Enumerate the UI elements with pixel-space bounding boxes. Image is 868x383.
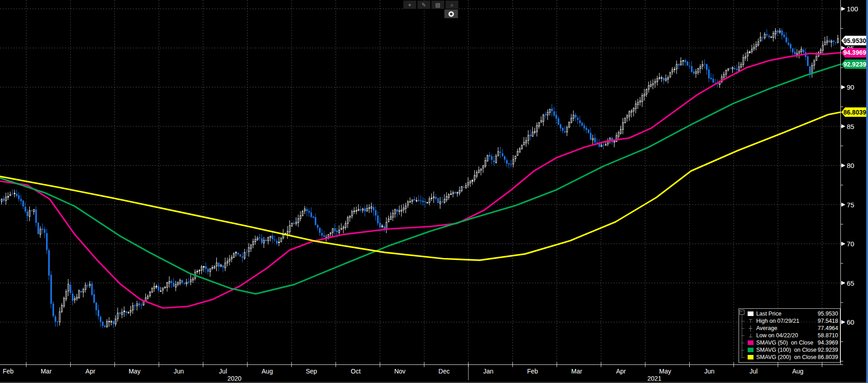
target-button[interactable] bbox=[444, 10, 458, 18]
legend-label: Low on 04/22/20 bbox=[756, 332, 818, 339]
legend-value: 97.5418 bbox=[818, 318, 838, 324]
svg-text:70: 70 bbox=[847, 240, 854, 248]
sma100-callout: 92.9239 bbox=[841, 59, 868, 69]
svg-text:85: 85 bbox=[847, 123, 854, 130]
svg-text:80: 80 bbox=[847, 162, 854, 169]
sma200-callout: 86.8039 bbox=[841, 107, 868, 117]
crosshair-icon: ⌖ bbox=[408, 2, 411, 8]
magnifier-icon: ⌕ bbox=[450, 2, 453, 8]
svg-text:75: 75 bbox=[847, 201, 854, 209]
legend-row-smavg100: SMAVG (100) on Close 92.9239 bbox=[742, 347, 838, 354]
legend-value: 94.3969 bbox=[818, 340, 838, 346]
draw-button[interactable]: ✎ bbox=[417, 0, 430, 9]
legend-label: Last Price bbox=[756, 311, 818, 317]
svg-text:100: 100 bbox=[847, 5, 858, 13]
svg-text:Sep: Sep bbox=[306, 368, 317, 375]
sma50-callout: 94.3969 bbox=[841, 48, 868, 57]
legend: Last Price 95.9530 ⊤ High on 07/29/21 97… bbox=[739, 308, 840, 363]
chart-canvas[interactable]: 6065707580859095100FebMarAprMayJunJulAug… bbox=[0, 0, 868, 383]
target-icon bbox=[448, 11, 454, 17]
last-price-callout: 95.9530 bbox=[841, 36, 868, 45]
low-tick-icon: ⊥ bbox=[748, 333, 754, 338]
svg-text:Jul: Jul bbox=[219, 368, 227, 375]
legend-label: High on 07/29/21 bbox=[756, 318, 818, 324]
legend-expand-icon[interactable] bbox=[739, 310, 744, 315]
legend-value: 58.8710 bbox=[818, 332, 838, 339]
annotate-button[interactable]: ▤ bbox=[431, 0, 444, 9]
svg-text:Feb: Feb bbox=[3, 368, 14, 375]
smavg100-swatch-icon bbox=[748, 348, 754, 352]
legend-value: 92.9239 bbox=[818, 347, 838, 353]
svg-text:Mar: Mar bbox=[41, 368, 52, 375]
svg-text:Apr: Apr bbox=[86, 368, 95, 375]
svg-text:90: 90 bbox=[847, 83, 854, 91]
svg-text:Apr: Apr bbox=[616, 368, 626, 375]
svg-text:Jan: Jan bbox=[483, 368, 494, 375]
svg-text:Feb: Feb bbox=[527, 368, 538, 375]
legend-row-smavg50: SMAVG (50) on Close 94.3969 bbox=[742, 340, 838, 346]
svg-text:Dec: Dec bbox=[439, 368, 450, 375]
svg-text:May: May bbox=[659, 368, 671, 375]
average-icon: ┼ bbox=[748, 326, 754, 330]
zoom-button[interactable]: ⌕ bbox=[445, 0, 458, 9]
smavg200-swatch-icon bbox=[748, 355, 754, 359]
svg-text:Nov: Nov bbox=[394, 368, 405, 375]
legend-value: 77.4964 bbox=[818, 325, 838, 331]
svg-text:60: 60 bbox=[847, 318, 854, 326]
chart-toolbar: ⌖ ✎ ▤ ⌕ bbox=[403, 0, 458, 9]
svg-text:2020: 2020 bbox=[227, 375, 241, 382]
svg-text:Jun: Jun bbox=[704, 368, 715, 375]
svg-text:Aug: Aug bbox=[792, 368, 803, 375]
smavg50-swatch-icon bbox=[748, 340, 754, 345]
legend-label: SMAVG (50) on Close bbox=[756, 340, 818, 346]
svg-text:Mar: Mar bbox=[571, 368, 582, 375]
high-tick-icon: ⊤ bbox=[748, 319, 754, 323]
legend-row-low: ⊥ Low on 04/22/20 58.8710 bbox=[742, 332, 838, 339]
terminal-screen: 6065707580859095100FebMarAprMayJunJulAug… bbox=[0, 0, 868, 383]
legend-label: SMAVG (100) on Close bbox=[756, 347, 818, 353]
legend-label: Average bbox=[756, 325, 818, 331]
svg-text:Jul: Jul bbox=[749, 368, 758, 375]
legend-row-average: ┼ Average 77.4964 bbox=[742, 325, 838, 331]
svg-text:2021: 2021 bbox=[647, 375, 661, 382]
svg-text:Oct: Oct bbox=[351, 368, 361, 375]
svg-text:Aug: Aug bbox=[262, 368, 273, 375]
legend-row-high: ⊤ High on 07/29/21 97.5418 bbox=[742, 317, 838, 324]
legend-label: SMAVG (200) on Close bbox=[756, 354, 818, 360]
legend-value: 86.8039 bbox=[818, 354, 838, 360]
legend-row-last-price: Last Price 95.9530 bbox=[742, 310, 838, 317]
crosshair-button[interactable]: ⌖ bbox=[403, 0, 416, 9]
svg-text:May: May bbox=[129, 368, 140, 375]
svg-text:Jun: Jun bbox=[174, 368, 184, 375]
pencil-icon: ✎ bbox=[421, 2, 426, 8]
svg-text:65: 65 bbox=[847, 279, 854, 287]
legend-value: 95.9530 bbox=[818, 311, 838, 317]
window-edge-strip bbox=[866, 0, 868, 383]
legend-row-smavg200: SMAVG (200) on Close 86.8039 bbox=[742, 354, 838, 361]
last-price-swatch-icon bbox=[748, 311, 754, 316]
list-icon: ▤ bbox=[435, 2, 440, 8]
